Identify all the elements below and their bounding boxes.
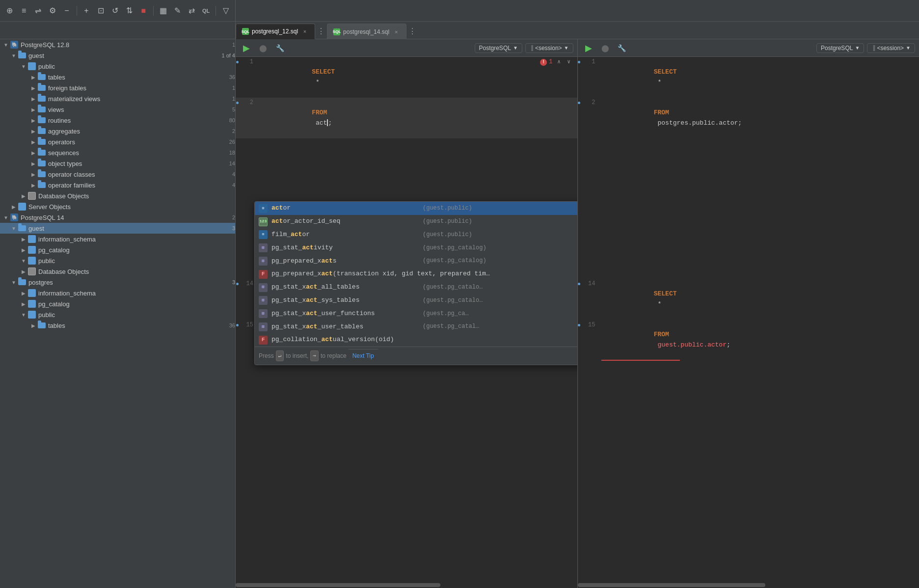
tab-left[interactable]: SQL postgresql_12.sql ×: [236, 24, 315, 39]
ac-item-filmactor[interactable]: ≡ film_actor (guest.public) PostgreSQL 1…: [255, 228, 577, 241]
sidebar-item-dbobjects14[interactable]: ▶ Database Objects: [0, 266, 235, 277]
grid-button[interactable]: ▦: [158, 4, 169, 18]
ac-item-pgstatxactuserfns[interactable]: ⊞ pg_stat_xact_user_functions (guest.pg_…: [255, 307, 577, 321]
tables12-arrow[interactable]: ▶: [29, 75, 37, 80]
sequences12-arrow[interactable]: ▶: [29, 150, 37, 156]
settings-icon[interactable]: ⚙: [47, 4, 58, 18]
ac-item-pgstatxactalltbls[interactable]: ⊞ pg_stat_xact_all_tables (guest.pg_cata…: [255, 281, 577, 294]
sidebar-item-pgcatalog14p[interactable]: ▶ pg_catalog: [0, 298, 235, 309]
sidebar-item-infoschema14p[interactable]: ▶ information_schema: [0, 288, 235, 298]
sidebar-item-views12[interactable]: ▶ views 5: [0, 104, 235, 115]
serverobjects12-arrow[interactable]: ▶: [10, 204, 18, 210]
ac-item-pgstatact[interactable]: ⊞ pg_stat_activity (guest.pg_catalog) Po…: [255, 241, 577, 255]
ac-item-actor[interactable]: ≡ actor (guest.public) PostgreSQL 12.8: [255, 202, 577, 215]
sidebar-item-operators12[interactable]: ▶ operators 26: [0, 136, 235, 147]
next-tip-button[interactable]: Next Tip: [349, 349, 378, 363]
dbobjects14-arrow[interactable]: ▶: [20, 269, 27, 274]
ac-item-pgprepxactfn[interactable]: F pg_prepared_xact(transaction xid, gid …: [255, 267, 577, 281]
run-button-left[interactable]: ▶: [240, 41, 253, 55]
guest12-arrow[interactable]: ▼: [10, 53, 18, 58]
sidebar-item-public14[interactable]: ▼ public: [0, 255, 235, 266]
public14-arrow[interactable]: ▼: [20, 258, 27, 264]
stop-button-right[interactable]: ⬤: [598, 41, 612, 55]
sidebar-item-tables12[interactable]: ▶ tables 36: [0, 72, 235, 82]
sidebar-item-public12[interactable]: ▼ public: [0, 61, 235, 72]
left-code-content[interactable]: 1 SELECT * ! 1 ∧ ∨: [236, 57, 577, 582]
sidebar-item-foreigntables12[interactable]: ▶ foreign tables 1: [0, 82, 235, 93]
tables14p-arrow[interactable]: ▶: [29, 323, 37, 328]
opclasses12-arrow[interactable]: ▶: [29, 172, 37, 177]
tab-left-close[interactable]: ×: [301, 27, 309, 35]
wrench-button-left[interactable]: 🔧: [273, 41, 287, 55]
copy-button[interactable]: ⊡: [95, 4, 106, 18]
views12-arrow[interactable]: ▶: [29, 107, 37, 112]
ac-item-pgstatxactsystbls[interactable]: ⊞ pg_stat_xact_sys_tables (guest.pg_cata…: [255, 294, 577, 307]
sidebar-item-guest14[interactable]: ▼ guest 3: [0, 223, 235, 234]
public12-arrow[interactable]: ▼: [20, 64, 27, 69]
sidebar-item-sequences12[interactable]: ▶ sequences 18: [0, 147, 235, 158]
public14p-arrow[interactable]: ▼: [20, 312, 27, 318]
dbobjects12-arrow[interactable]: ▶: [20, 193, 27, 199]
sidebar-item-aggregates12[interactable]: ▶ aggregates 2: [0, 126, 235, 136]
infoschema14p-arrow[interactable]: ▶: [20, 291, 27, 296]
session-selector-left[interactable]: ▐ <session> ▼: [525, 43, 573, 53]
wrench-button-right[interactable]: 🔧: [615, 41, 629, 55]
sidebar-item-public14p[interactable]: ▼ public: [0, 309, 235, 320]
sidebar-item-guest12[interactable]: ▼ guest 1 of 4: [0, 50, 235, 61]
sidebar-item-infoschema14[interactable]: ▶ information_schema: [0, 234, 235, 244]
sidebar-item-postgres14[interactable]: ▼ postgres 3: [0, 277, 235, 288]
postgres14-arrow[interactable]: ▼: [10, 280, 18, 285]
guest14-arrow[interactable]: ▼: [10, 226, 18, 231]
filter-tree-button[interactable]: ⇅: [124, 4, 135, 18]
sidebar-item-pg14[interactable]: ▼ 🐘 PostgreSQL 14 2: [0, 212, 235, 223]
sidebar-item-tables14p[interactable]: ▶ tables 36: [0, 320, 235, 331]
refresh-button[interactable]: ↺: [109, 4, 121, 18]
more-icon[interactable]: ≡: [18, 4, 29, 18]
target-icon[interactable]: ⊕: [4, 4, 15, 18]
pg12-arrow[interactable]: ▼: [2, 42, 10, 48]
nav-button[interactable]: ⇄: [186, 4, 197, 18]
add-button[interactable]: +: [81, 4, 92, 18]
opfamilies12-arrow[interactable]: ▶: [29, 183, 37, 188]
db-selector-right[interactable]: PostgreSQL ▼: [816, 43, 864, 53]
sidebar-item-serverobjects12[interactable]: ▶ Server Objects: [0, 201, 235, 212]
tab-right-close[interactable]: ×: [392, 28, 400, 36]
db-selector-left[interactable]: PostgreSQL ▼: [475, 43, 522, 53]
stop-button-left[interactable]: ⬤: [256, 41, 270, 55]
aggregates12-arrow[interactable]: ▶: [29, 129, 37, 134]
ac-item-pgstatxactusertbls[interactable]: ⊞ pg_stat_xact_user_tables (guest.pg_cat…: [255, 321, 577, 334]
sidebar-item-pgcatalog14[interactable]: ▶ pg_catalog: [0, 244, 235, 255]
tab-right[interactable]: SQL postgresql_14.sql ×: [327, 24, 406, 39]
ac-item-pgcollact[interactable]: F pg_collation_actual_version(oid) text: [255, 333, 577, 347]
pg14-arrow[interactable]: ▼: [2, 215, 10, 220]
routines12-arrow[interactable]: ▶: [29, 118, 37, 123]
autocomplete-dropdown[interactable]: ≡ actor (guest.public) PostgreSQL 12.8 1…: [254, 201, 577, 365]
right-code-content[interactable]: 1 SELECT * 2 FROM: [578, 57, 919, 582]
foreign12-arrow[interactable]: ▶: [29, 85, 37, 91]
tab-more-right[interactable]: ⋮: [406, 23, 418, 39]
left-hscrollbar[interactable]: [236, 582, 577, 588]
filter-button[interactable]: ▽: [220, 4, 231, 18]
left-hscrollbar-thumb[interactable]: [236, 583, 440, 587]
sidebar-item-matviews12[interactable]: ▶ materialized views 1: [0, 93, 235, 104]
sidebar-item-opfamilies12[interactable]: ▶ operator families 4: [0, 180, 235, 190]
infoschema14-arrow[interactable]: ▶: [20, 237, 27, 242]
nav-down[interactable]: ∨: [565, 58, 573, 67]
matviews12-arrow[interactable]: ▶: [29, 96, 37, 102]
sidebar-item-routines12[interactable]: ▶ routines 80: [0, 115, 235, 126]
objtypes12-arrow[interactable]: ▶: [29, 161, 37, 166]
sidebar-item-opclasses12[interactable]: ▶ operator classes 4: [0, 169, 235, 180]
sidebar-item-objtypes12[interactable]: ▶ object types 14: [0, 158, 235, 169]
nav-up[interactable]: ∧: [555, 58, 564, 67]
right-code-editor[interactable]: 1 SELECT * 2 FROM: [578, 57, 919, 588]
right-hscrollbar-thumb[interactable]: [578, 583, 766, 587]
split-icon[interactable]: ⇌: [32, 4, 44, 18]
stop-button[interactable]: ■: [138, 4, 149, 18]
session-selector-right[interactable]: ▐ <session> ▼: [867, 43, 915, 53]
edit-button[interactable]: ✎: [172, 4, 183, 18]
operators12-arrow[interactable]: ▶: [29, 139, 37, 145]
pgcatalog14p-arrow[interactable]: ▶: [20, 301, 27, 307]
minimize-icon[interactable]: −: [61, 4, 72, 18]
pgcatalog14-arrow[interactable]: ▶: [20, 247, 27, 253]
right-hscrollbar[interactable]: [578, 582, 919, 588]
